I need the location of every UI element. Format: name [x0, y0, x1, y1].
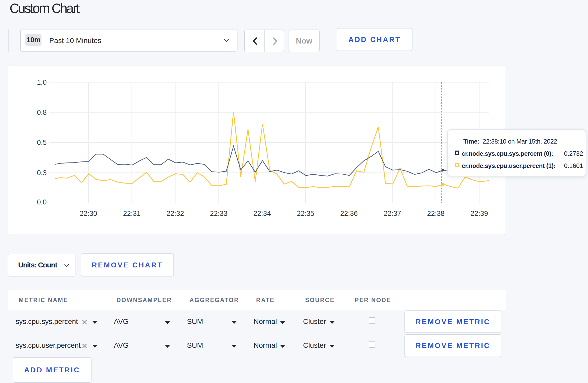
svg-text:0.8: 0.8	[37, 109, 47, 116]
svg-text:22:38: 22:38	[427, 210, 445, 217]
svg-text:22:33: 22:33	[210, 210, 228, 217]
svg-text:1.0: 1.0	[37, 79, 47, 86]
svg-text:22:31: 22:31	[123, 210, 141, 217]
svg-text:22:32: 22:32	[166, 210, 184, 217]
svg-text:22:36: 22:36	[340, 210, 358, 217]
svg-text:22:34: 22:34	[253, 210, 271, 217]
svg-text:22:30: 22:30	[80, 210, 97, 217]
svg-text:22:37: 22:37	[384, 210, 401, 217]
svg-text:0.5: 0.5	[37, 139, 47, 146]
svg-text:22:35: 22:35	[297, 210, 314, 217]
svg-text:0.0: 0.0	[37, 198, 47, 206]
svg-text:22:39: 22:39	[471, 210, 488, 217]
svg-text:0.3: 0.3	[37, 169, 47, 177]
